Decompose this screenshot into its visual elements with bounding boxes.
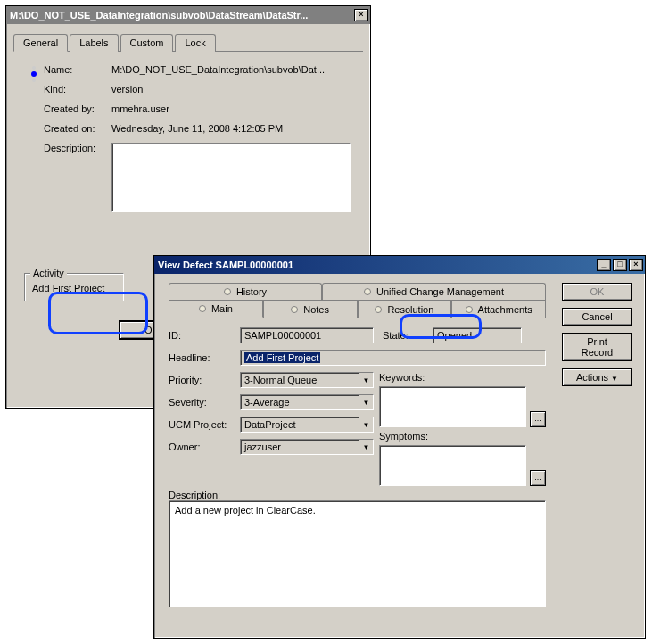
description-label: Description:	[169, 490, 546, 500]
keywords-picker-button[interactable]: ...	[530, 411, 546, 427]
tab-resolution[interactable]: Resolution	[358, 300, 452, 318]
close-icon[interactable]: ×	[629, 259, 643, 271]
chevron-down-icon	[611, 372, 618, 383]
kind-value: version	[111, 84, 352, 95]
chevron-down-icon[interactable]	[359, 394, 374, 410]
description-field[interactable]	[111, 143, 351, 212]
chevron-down-icon[interactable]	[359, 417, 374, 433]
tab-ucm[interactable]: Unified Change Management	[322, 283, 546, 300]
minimize-icon[interactable]: _	[597, 259, 611, 271]
symptoms-label: Symptoms:	[379, 431, 428, 442]
priority-label: Priority:	[169, 375, 236, 385]
chevron-down-icon[interactable]	[359, 439, 374, 455]
id-label: ID:	[169, 330, 236, 341]
cancel-button[interactable]: Cancel	[562, 308, 632, 326]
tab-labels[interactable]: Labels	[70, 34, 118, 52]
actions-button[interactable]: Actions	[562, 368, 632, 386]
severity-label: Severity:	[169, 397, 236, 408]
keywords-label: Keywords:	[379, 372, 425, 383]
defect-tab-strip: History Unified Change Management Main N…	[169, 283, 546, 318]
created-on-value: Wednesday, June 11, 2008 4:12:05 PM	[111, 123, 352, 134]
version-tree-icon	[24, 64, 44, 221]
chevron-down-icon[interactable]	[359, 372, 374, 388]
created-by-label: Created by:	[44, 103, 111, 114]
symptoms-list[interactable]	[379, 445, 526, 486]
id-field: SAMPL00000001	[240, 327, 374, 343]
ucm-combo[interactable]: DataProject	[240, 417, 374, 433]
description-text[interactable]: Add a new project in ClearCase.	[169, 500, 546, 607]
window-title: M:\DO_NOT_USE_DataIntegration\subvob\Dat…	[10, 10, 354, 21]
state-field: Opened	[433, 327, 522, 343]
close-icon[interactable]: ×	[354, 9, 368, 21]
window-title: View Defect SAMPL00000001	[158, 260, 597, 270]
activity-group: Activity Add First Project	[24, 273, 124, 301]
titlebar[interactable]: View Defect SAMPL00000001 _ □ ×	[154, 256, 645, 274]
dot-icon	[466, 306, 473, 313]
tab-lock[interactable]: Lock	[175, 34, 215, 52]
priority-combo[interactable]: 3-Normal Queue	[240, 372, 374, 388]
activity-group-title: Activity	[30, 268, 67, 278]
kind-label: Kind:	[44, 84, 111, 95]
view-defect-dialog[interactable]: View Defect SAMPL00000001 _ □ × History …	[153, 255, 646, 639]
name-label: Name:	[44, 64, 111, 75]
name-value: M:\DO_NOT_USE_DataIntegration\subvob\Dat…	[111, 64, 352, 75]
created-on-label: Created on:	[44, 123, 111, 134]
dot-icon	[375, 306, 382, 313]
tab-history[interactable]: History	[169, 283, 322, 300]
tab-notes[interactable]: Notes	[263, 300, 358, 318]
dot-icon	[364, 288, 371, 295]
dot-icon	[224, 288, 231, 295]
tab-general[interactable]: General	[13, 34, 68, 52]
headline-field[interactable]: Add First Project	[240, 350, 546, 366]
symptoms-picker-button[interactable]: ...	[530, 470, 546, 486]
print-record-button[interactable]: Print Record	[562, 333, 632, 361]
ucm-label: UCM Project:	[169, 419, 236, 430]
description-label: Description:	[44, 143, 111, 153]
activity-link[interactable]: Add First Project	[32, 283, 116, 293]
owner-label: Owner:	[169, 442, 236, 452]
owner-combo[interactable]: jazzuser	[240, 439, 374, 455]
created-by-value: mmehra.user	[111, 103, 352, 114]
state-label: State:	[377, 330, 429, 341]
titlebar[interactable]: M:\DO_NOT_USE_DataIntegration\subvob\Dat…	[6, 6, 370, 24]
tab-attachments[interactable]: Attachments	[451, 300, 546, 318]
maximize-icon[interactable]: □	[613, 259, 627, 271]
main-tab-panel: ID: SAMPL00000001 State: Opened Headline…	[161, 318, 553, 616]
headline-label: Headline:	[169, 352, 236, 363]
keywords-list[interactable]	[379, 386, 526, 427]
dot-icon	[199, 305, 206, 312]
dot-icon	[291, 306, 298, 313]
tab-main[interactable]: Main	[169, 300, 263, 318]
tab-custom[interactable]: Custom	[120, 34, 174, 52]
ok-button: OK	[562, 283, 632, 301]
severity-combo[interactable]: 3-Average	[240, 394, 374, 410]
tab-strip: General Labels Custom Lock	[13, 33, 363, 52]
